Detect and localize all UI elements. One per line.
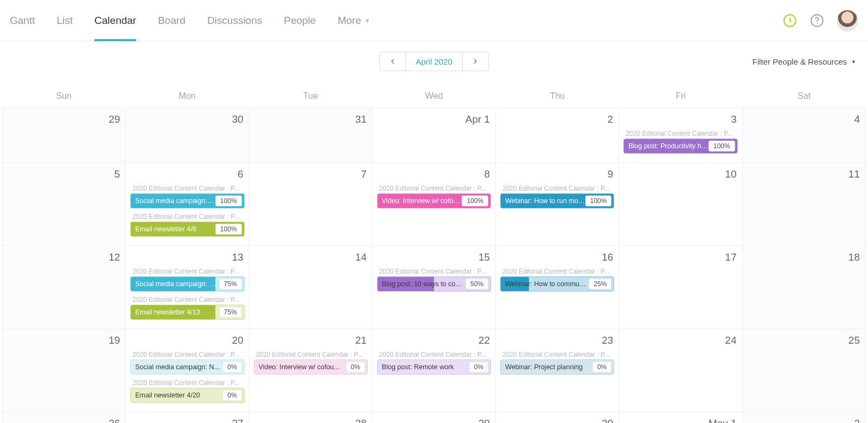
tab-list[interactable]: List xyxy=(56,0,73,41)
event-bar[interactable]: Video: Interview w/ cofou...100% xyxy=(377,193,491,209)
day-number: Apr 1 xyxy=(377,112,491,129)
calendar-cell[interactable]: 18 xyxy=(743,245,866,329)
event-title: Email newsletter 4/13 xyxy=(135,308,219,316)
calendar-cell[interactable]: 11 xyxy=(743,162,866,245)
tab-discussions[interactable]: Discussions xyxy=(207,0,262,41)
calendar-cell[interactable]: 162020 Editorial Content Calendar : P...… xyxy=(496,245,619,329)
calendar-cell[interactable]: 5 xyxy=(3,162,126,245)
calendar-event[interactable]: 2020 Editorial Content Calendar : P...Em… xyxy=(130,295,244,320)
day-number: 12 xyxy=(7,250,121,267)
event-percent: 100% xyxy=(215,195,242,206)
calendar-cell[interactable]: 25 xyxy=(743,329,866,412)
filter-people-resources[interactable]: Filter People & Resources ▼ xyxy=(752,57,856,66)
event-bar[interactable]: Email newsletter 4/1375% xyxy=(130,305,244,320)
calendar-event[interactable]: 2020 Editorial Content Calendar : P...Em… xyxy=(130,378,244,403)
prev-month-button[interactable] xyxy=(380,52,406,71)
calendar-cell[interactable]: 212020 Editorial Content Calendar : P...… xyxy=(250,329,373,412)
event-bar[interactable]: Social media campaign: Pr...75% xyxy=(130,276,244,292)
event-title: Social media campaign: W... xyxy=(135,197,215,205)
calendar-event[interactable]: 2020 Editorial Content Calendar : P...Bl… xyxy=(377,350,491,375)
next-month-button[interactable] xyxy=(462,52,488,71)
event-project-label: 2020 Editorial Content Calendar : P... xyxy=(500,267,614,276)
event-bar[interactable]: Blog post: 10 ways to com...50% xyxy=(377,276,491,292)
day-number: 13 xyxy=(130,250,244,267)
calendar-cell[interactable]: 4 xyxy=(743,108,866,162)
calendar-event[interactable]: 2020 Editorial Content Calendar : P...We… xyxy=(500,184,614,209)
event-title: Video: Interview w/ cofou... xyxy=(259,363,346,371)
clock-icon[interactable] xyxy=(782,13,797,28)
calendar-cell[interactable]: 29 xyxy=(373,412,496,423)
calendar-cell[interactable]: 27 xyxy=(126,412,249,423)
calendar-cell[interactable]: 2 xyxy=(496,108,619,162)
calendar-cell[interactable]: 19 xyxy=(3,329,126,412)
event-bar[interactable]: Social media campaign: N...0% xyxy=(130,359,244,375)
calendar-cell[interactable]: 12 xyxy=(3,245,126,329)
event-title: Webinar: Project planning xyxy=(505,363,592,371)
event-bar[interactable]: Blog post: Remote work0% xyxy=(377,359,491,375)
avatar[interactable] xyxy=(837,10,858,31)
day-number: 22 xyxy=(377,333,491,350)
event-percent: 100% xyxy=(215,224,242,235)
event-bar[interactable]: Email newsletter 4/6100% xyxy=(130,222,244,237)
day-number: 9 xyxy=(500,167,614,184)
calendar-event[interactable]: 2020 Editorial Content Calendar : P...We… xyxy=(500,267,614,292)
calendar-cell[interactable]: 14 xyxy=(250,245,373,329)
calendar-cell[interactable]: 152020 Editorial Content Calendar : P...… xyxy=(373,245,496,329)
calendar-event[interactable]: 2020 Editorial Content Calendar : P...Vi… xyxy=(254,350,368,375)
calendar-event[interactable]: 2020 Editorial Content Calendar : P...So… xyxy=(130,267,244,292)
calendar-cell[interactable]: Apr 1 xyxy=(373,108,496,162)
calendar-event[interactable]: 2020 Editorial Content Calendar : P...Vi… xyxy=(377,184,491,209)
event-project-label: 2020 Editorial Content Calendar : P... xyxy=(500,184,614,193)
day-number: 28 xyxy=(254,416,368,423)
calendar-cell[interactable]: 31 xyxy=(250,108,373,162)
calendar-event[interactable]: 2020 Editorial Content Calendar : P...So… xyxy=(130,350,244,375)
event-title: Blog post: 10 ways to com... xyxy=(382,280,465,288)
calendar-cell[interactable]: 24 xyxy=(619,329,742,412)
event-bar[interactable]: Webinar: Project planning0% xyxy=(500,359,614,375)
tab-people[interactable]: People xyxy=(284,0,316,41)
calendar-cell[interactable]: 26 xyxy=(3,412,126,423)
calendar-cell[interactable]: May 1 xyxy=(619,412,742,423)
tab-board[interactable]: Board xyxy=(158,0,186,41)
tab-calendar[interactable]: Calendar xyxy=(94,0,136,41)
calendar-cell[interactable]: 32020 Editorial Content Calendar : P...B… xyxy=(619,108,742,162)
day-number: 7 xyxy=(254,167,368,184)
event-title: Webinar: How to run more... xyxy=(505,197,585,205)
day-number: 30 xyxy=(500,416,614,423)
help-icon[interactable] xyxy=(809,13,825,28)
event-bar[interactable]: Social media campaign: W...100% xyxy=(130,193,244,209)
calendar-cell[interactable]: 82020 Editorial Content Calendar : P...V… xyxy=(373,162,496,245)
dow-label: Mon xyxy=(125,91,248,101)
calendar-cell[interactable]: 62020 Editorial Content Calendar : P...S… xyxy=(126,162,249,245)
event-project-label: 2020 Editorial Content Calendar : P... xyxy=(130,350,244,359)
event-bar[interactable]: Video: Interview w/ cofou...0% xyxy=(254,359,368,375)
event-project-label: 2020 Editorial Content Calendar : P... xyxy=(130,184,244,193)
event-bar[interactable]: Webinar: How to run more...100% xyxy=(500,193,614,209)
calendar-cell[interactable]: 7 xyxy=(250,162,373,245)
calendar-cell[interactable]: 202020 Editorial Content Calendar : P...… xyxy=(126,329,249,412)
tab-more[interactable]: More▼ xyxy=(337,0,370,41)
calendar-event[interactable]: 2020 Editorial Content Calendar : P...Bl… xyxy=(377,267,491,292)
calendar-cell[interactable]: 2 xyxy=(743,412,866,423)
calendar-cell[interactable]: 29 xyxy=(3,108,126,162)
calendar-cell[interactable]: 30 xyxy=(496,412,619,423)
event-bar[interactable]: Webinar: How to communi...25% xyxy=(500,276,614,292)
event-percent: 0% xyxy=(222,362,241,373)
calendar-cell[interactable]: 232020 Editorial Content Calendar : P...… xyxy=(496,329,619,412)
event-bar[interactable]: Email newsletter 4/200% xyxy=(130,388,244,403)
calendar-event[interactable]: 2020 Editorial Content Calendar : P...Em… xyxy=(130,212,244,237)
calendar-event[interactable]: 2020 Editorial Content Calendar : P...So… xyxy=(130,184,244,209)
calendar-cell[interactable]: 132020 Editorial Content Calendar : P...… xyxy=(126,245,249,329)
calendar-cell[interactable]: 10 xyxy=(619,162,742,245)
calendar-cell[interactable]: 30 xyxy=(126,108,249,162)
calendar-cell[interactable]: 92020 Editorial Content Calendar : P...W… xyxy=(496,162,619,245)
calendar-cell[interactable]: 17 xyxy=(619,245,742,329)
calendar-event[interactable]: 2020 Editorial Content Calendar : P...We… xyxy=(500,350,614,375)
event-bar[interactable]: Blog post: Productivity ha...100% xyxy=(623,138,737,154)
tab-gantt[interactable]: Gantt xyxy=(10,0,35,41)
calendar-event[interactable]: 2020 Editorial Content Calendar : P...Bl… xyxy=(623,129,737,154)
calendar-cell[interactable]: 222020 Editorial Content Calendar : P...… xyxy=(373,329,496,412)
event-title: Social media campaign: N... xyxy=(135,363,222,371)
month-label[interactable]: April 2020 xyxy=(406,52,462,71)
calendar-cell[interactable]: 28 xyxy=(250,412,373,423)
